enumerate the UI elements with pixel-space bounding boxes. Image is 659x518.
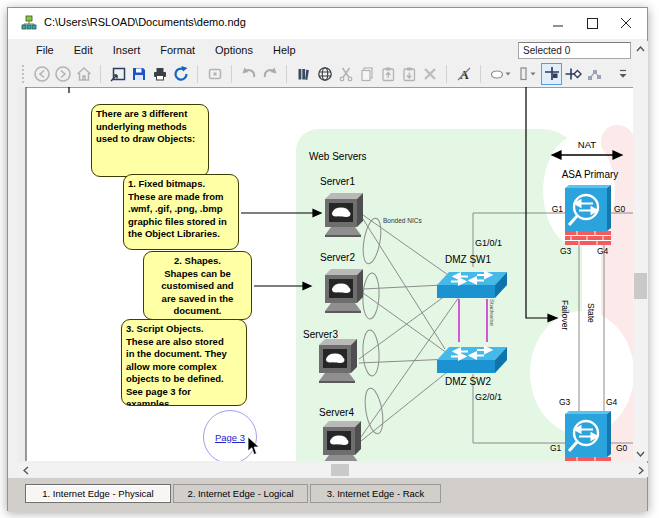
tab-internet-edge-rack[interactable]: 3. Internet Edge - Rack: [310, 484, 441, 503]
library-icon[interactable]: [293, 63, 314, 85]
maximize-button[interactable]: [575, 8, 609, 39]
back-icon[interactable]: [31, 63, 52, 85]
titlebar[interactable]: C:\Users\RSLOAD\Documents\demo.ndg: [8, 8, 647, 39]
vertical-scroll-thumb[interactable]: [634, 273, 647, 299]
menu-help[interactable]: Help: [263, 41, 306, 59]
page-tab-bar: 1. Internet Edge - Physical 2. Internet …: [8, 477, 647, 512]
export-icon[interactable]: [107, 63, 128, 85]
copy-icon[interactable]: [356, 63, 377, 85]
label-style-icon[interactable]: [487, 63, 514, 85]
dmz-sw1-label: DMZ SW1: [445, 254, 491, 265]
note-methods[interactable]: There are 3 different underlying methods…: [91, 104, 209, 177]
web-servers-label: Web Servers: [309, 151, 367, 162]
forward-icon[interactable]: [52, 63, 73, 85]
asa2-port-g0: G0: [616, 443, 627, 453]
page3-link[interactable]: Page 3: [215, 432, 245, 443]
server1-icon[interactable]: [321, 191, 365, 237]
asa1-port-g0: G0: [614, 204, 625, 214]
failover-label: Failover: [560, 300, 570, 330]
dmz-sw2-label: DMZ SW2: [445, 376, 491, 387]
maximize-icon: [587, 18, 598, 29]
paste-up-icon[interactable]: [377, 63, 398, 85]
cut-icon[interactable]: [335, 63, 356, 85]
app-window: C:\Users\RSLOAD\Documents\demo.ndg File …: [7, 7, 648, 511]
tab-internet-edge-physical[interactable]: 1. Internet Edge - Physical: [25, 484, 171, 503]
scroll-up-icon[interactable]: [633, 41, 648, 56]
format-text-icon[interactable]: A: [453, 63, 474, 85]
menu-options[interactable]: Options: [205, 41, 263, 59]
print-icon[interactable]: [149, 63, 170, 85]
dmz-sw1-icon[interactable]: [437, 267, 507, 299]
selection-status: Selected 0: [518, 42, 631, 59]
scroll-down-icon[interactable]: [633, 446, 648, 461]
scroll-left-icon[interactable]: [19, 463, 33, 477]
refresh-icon[interactable]: [170, 63, 191, 85]
server2-label: Server2: [320, 252, 355, 263]
menu-insert[interactable]: Insert: [103, 41, 151, 59]
horizontal-scrollbar[interactable]: [19, 463, 648, 477]
vertical-scrollbar[interactable]: [633, 41, 648, 461]
note-script-objects[interactable]: 3. Script Objects. These are also stored…: [121, 319, 247, 406]
redo-icon[interactable]: [259, 63, 280, 85]
menu-edit[interactable]: Edit: [64, 41, 103, 59]
server4-icon[interactable]: [319, 419, 363, 461]
undo-icon[interactable]: [238, 63, 259, 85]
toolbar-grip: [22, 65, 25, 83]
server1-label: Server1: [320, 176, 355, 187]
menu-format[interactable]: Format: [150, 41, 205, 59]
server3-icon[interactable]: [315, 337, 359, 383]
draw-link-icon[interactable]: [541, 63, 562, 85]
nat-label: NAT: [557, 139, 617, 150]
asa2-port-g3: G3: [559, 397, 570, 407]
note-shapes[interactable]: 2. Shapes. Shapes can be customised and …: [143, 251, 252, 320]
move-nodes-icon[interactable]: [583, 63, 604, 85]
note-fixed-bitmaps[interactable]: 1. Fixed bitmaps. These are made from .w…: [123, 174, 239, 250]
asa1-port-g3: G3: [560, 246, 571, 256]
menu-file[interactable]: File: [26, 41, 64, 59]
draw-node-icon[interactable]: [562, 63, 583, 85]
menubar: File Edit Insert Format Options Help Sel…: [8, 39, 647, 61]
asa1-port-g1: G1: [547, 204, 563, 214]
minimize-icon: [553, 18, 564, 29]
minimize-button[interactable]: [541, 8, 575, 39]
asa-primary-icon[interactable]: [565, 185, 611, 245]
record-icon[interactable]: [204, 63, 225, 85]
asa-secondary-icon[interactable]: [565, 411, 611, 461]
window-title: C:\Users\RSLOAD\Documents\demo.ndg: [44, 16, 246, 28]
diagram-canvas[interactable]: Web Servers Server1 Server2 Server3 Serv…: [19, 87, 634, 461]
paste-down-icon[interactable]: [398, 63, 419, 85]
scroll-right-icon[interactable]: [634, 463, 648, 477]
page-margin: [19, 87, 26, 461]
sw2-uplink-label: G2/0/1: [475, 392, 502, 402]
dmz-sw2-icon[interactable]: [437, 342, 507, 374]
toolbar: A: [8, 61, 647, 87]
server3-label: Server3: [303, 329, 338, 340]
stackwise-label: Stackwise: [489, 299, 495, 326]
horizontal-scroll-thumb[interactable]: [331, 464, 349, 476]
save-icon[interactable]: [128, 63, 149, 85]
server4-label: Server4: [319, 407, 354, 418]
delete-icon[interactable]: [419, 63, 440, 85]
toolbar-overflow-icon[interactable]: [616, 65, 629, 82]
sw1-uplink-label: G1/0/1: [475, 238, 502, 248]
asa1-port-g4: G4: [597, 246, 608, 256]
globe-icon[interactable]: [314, 63, 335, 85]
asa2-port-g1: G1: [550, 443, 561, 453]
tab-internet-edge-logical[interactable]: 2. Internet Edge - Logical: [173, 484, 308, 503]
close-button[interactable]: [609, 8, 643, 39]
close-icon: [621, 18, 632, 29]
mouse-cursor: [247, 437, 261, 457]
home-icon[interactable]: [73, 63, 94, 85]
state-label: State: [586, 303, 596, 323]
link-style-icon[interactable]: [514, 63, 541, 85]
app-icon: [21, 15, 37, 31]
asa2-port-g4: G4: [606, 397, 617, 407]
bonded-nics-label: Bonded NICs: [383, 217, 422, 224]
asa-primary-label: ASA Primary: [555, 169, 625, 180]
server2-icon[interactable]: [321, 267, 365, 313]
